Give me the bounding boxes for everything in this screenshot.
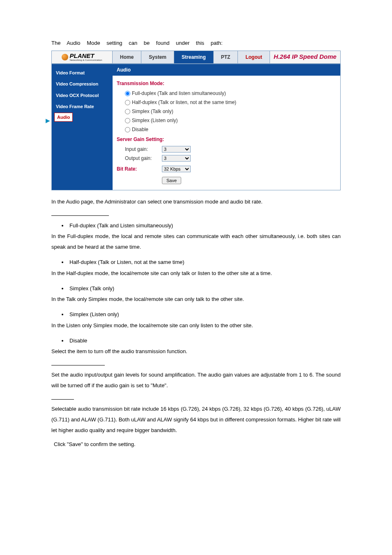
admin-ui-screenshot: ▶ PLANET Networking & Communication Home… — [51, 51, 341, 190]
half-duplex-text: In the Half-duplex mode, the local/remot… — [51, 268, 341, 279]
radio-simplex-talk-label: Simplex (Talk only) — [132, 109, 173, 114]
sidebar: Video Format Video Compression Video OCX… — [52, 64, 113, 190]
radio-simplex-listen-label: Simplex (Listen only) — [132, 118, 178, 123]
sidebar-video-compression[interactable]: Video Compression — [52, 79, 113, 90]
sidebar-pointer-icon: ▶ — [46, 116, 50, 125]
logo-cell: PLANET Networking & Communication — [52, 51, 113, 63]
bullet-simplex-talk: Simplex (Talk only) — [68, 284, 341, 293]
topbar: PLANET Networking & Communication Home S… — [52, 51, 340, 64]
radio-full-duplex[interactable] — [125, 91, 130, 96]
radio-full-duplex-label: Full-duplex (Talk and listen simultaneou… — [132, 90, 226, 96]
intro-text: The Audio Mode setting can be found unde… — [51, 39, 341, 47]
product-brand: H.264 IP Speed Dome — [270, 51, 340, 63]
disable-text: Select the item to turn off the audio tr… — [51, 346, 341, 357]
sidebar-video-ocx[interactable]: Video OCX Protocol — [52, 90, 113, 101]
nav-home[interactable]: Home — [113, 51, 141, 63]
save-note: Click "Save" to confirm the setting. — [51, 439, 341, 450]
gain-text: Set the audio input/output gain levels f… — [51, 370, 341, 391]
sidebar-video-frame-rate[interactable]: Video Frame Rate — [52, 101, 113, 112]
section-divider-3 — [51, 399, 74, 400]
simplex-talk-text: In the Talk only Simplex mode, the local… — [51, 294, 341, 305]
input-gain-label: Input gain: — [125, 146, 162, 153]
input-gain-select[interactable]: 3 — [162, 146, 191, 153]
radio-half-duplex-label: Half-duplex (Talk or listen, not at the … — [132, 99, 236, 105]
full-duplex-text: In the Full-duplex mode, the local and r… — [51, 231, 341, 252]
sidebar-video-format[interactable]: Video Format — [52, 67, 113, 79]
bitrate-text: Selectable audio transmission bit rate i… — [51, 404, 341, 436]
radio-disable-label: Disable — [132, 127, 148, 132]
radio-simplex-talk[interactable] — [125, 109, 130, 114]
output-gain-select[interactable]: 3 — [162, 155, 191, 162]
nav-streaming[interactable]: Streaming — [174, 51, 214, 63]
server-gain-label: Server Gain Setting: — [117, 136, 336, 143]
content-header: Audio — [113, 64, 340, 76]
simplex-listen-text: In the Listen only Simplex mode, the loc… — [51, 320, 341, 331]
logo-text: PLANET — [69, 53, 102, 59]
logo-subtitle: Networking & Communication — [69, 59, 102, 61]
bitrate-label: Bit Rate: — [117, 165, 162, 173]
bitrate-select[interactable]: 32 Kbps — [162, 166, 191, 172]
globe-icon — [62, 54, 68, 60]
section-divider-1 — [51, 215, 109, 216]
radio-disable[interactable] — [125, 127, 130, 132]
save-button[interactable]: Save — [162, 177, 181, 184]
section-divider-2 — [51, 365, 105, 365]
nav-system[interactable]: System — [141, 51, 174, 63]
nav-logout[interactable]: Logout — [238, 51, 270, 63]
bullet-simplex-listen: Simplex (Listen only) — [68, 310, 341, 319]
planet-logo: PLANET Networking & Communication — [62, 53, 102, 61]
nav-ptz[interactable]: PTZ — [214, 51, 238, 63]
radio-half-duplex[interactable] — [125, 100, 130, 105]
sidebar-audio[interactable]: Audio — [54, 113, 73, 122]
radio-simplex-listen[interactable] — [125, 118, 130, 123]
bullet-full-duplex: Full-duplex (Talk and Listen simultaneou… — [68, 222, 341, 230]
after-image-text: In the Audio page, the Administrator can… — [51, 197, 341, 207]
bullet-half-duplex: Half-duplex (Talk or Listen, not at the … — [68, 258, 341, 266]
transmission-mode-label: Transmission Mode: — [117, 80, 336, 87]
bullet-disable: Disable — [68, 337, 341, 345]
output-gain-label: Output gain: — [125, 155, 162, 162]
